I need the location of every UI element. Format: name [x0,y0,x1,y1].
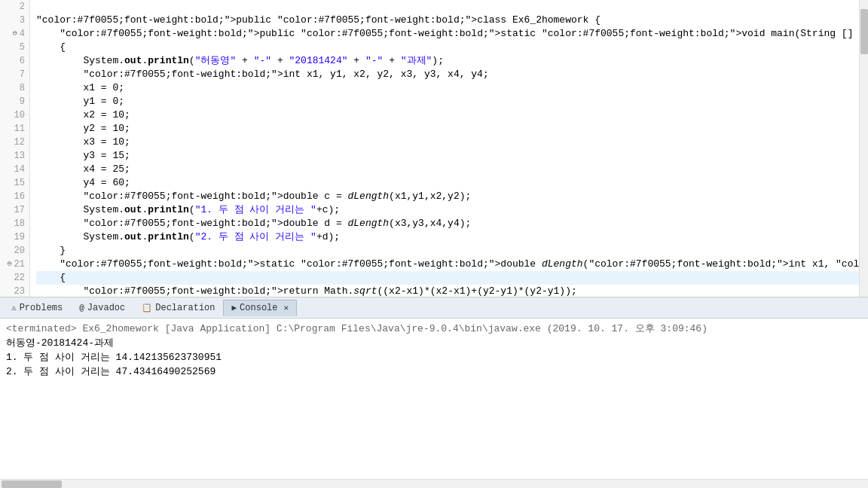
declaration-tab-label: Declaration [155,303,215,313]
problems-tab-icon: ⚠ [11,303,17,313]
bottom-panel: ⚠Problems@Javadoc📋Declaration▶Console✕ <… [0,297,868,488]
tab-declaration[interactable]: 📋Declaration [133,300,223,316]
console-tab-label: Console [240,303,277,313]
line-number: 15 [5,176,25,190]
tab-console[interactable]: ▶Console✕ [223,300,297,316]
collapse-icon[interactable]: ⊖ [8,258,12,271]
line-number: 18 [5,217,25,230]
code-line[interactable]: "color:#7f0055;font-weight:bold;">return… [36,285,868,297]
code-line[interactable]: System.out.println("2. 두 점 사이 거리는 "+d); [36,230,868,244]
code-line[interactable]: "color:#7f0055;font-weight:bold;">static… [36,258,868,271]
line-number: 14 [5,163,25,176]
line-number: 16 [5,190,25,203]
tab-problems[interactable]: ⚠Problems [3,300,71,316]
line-number: 13 [5,149,25,163]
declaration-tab-icon: 📋 [142,303,152,313]
javadoc-tab-label: Javadoc [87,303,125,313]
code-line[interactable] [36,0,868,14]
code-line[interactable]: y1 = 0; [36,95,868,108]
editor-area: 23⊖4567891011121314151617181920⊖21222324… [0,0,868,297]
code-line[interactable]: "color:#7f0055;font-weight:bold;">public… [36,27,868,41]
line-number: 3 [5,14,25,27]
code-line[interactable]: x3 = 10; [36,136,868,149]
line-number: ⊖4 [5,27,25,41]
line-numbers: 23⊖4567891011121314151617181920⊖21222324… [0,0,30,297]
line-number: 17 [5,203,25,217]
tab-javadoc[interactable]: @Javadoc [71,300,133,316]
console-terminated-line: <terminated> Ex6_2homework [Java Applica… [6,322,862,336]
code-line[interactable]: y4 = 60; [36,176,868,190]
code-line[interactable]: "color:#7f0055;font-weight:bold;">double… [36,190,868,203]
line-number: 11 [5,122,25,136]
code-line[interactable]: { [36,271,868,285]
code-line[interactable]: x2 = 10; [36,108,868,122]
console-output-line: 2. 두 점 사이 거리는 47.43416490252569 [6,364,862,379]
code-line[interactable]: "color:#7f0055;font-weight:bold;">double… [36,217,868,230]
collapse-icon[interactable]: ⊖ [13,27,17,41]
code-line[interactable]: x1 = 0; [36,81,868,95]
console-output-line: 1. 두 점 사이 거리는 14.142135623730951 [6,350,862,364]
line-number: 12 [5,136,25,149]
console-output: <terminated> Ex6_2homework [Java Applica… [0,319,868,479]
line-number: 23 [5,285,25,297]
horizontal-scrollbar[interactable] [0,479,868,488]
console-output-line: 허동영-20181424-과제 [6,336,862,350]
code-content[interactable]: "color:#7f0055;font-weight:bold;">public… [30,0,868,297]
code-line[interactable]: System.out.println("1. 두 점 사이 거리는 "+c); [36,203,868,217]
line-number: 20 [5,244,25,258]
line-number: 9 [5,95,25,108]
code-line[interactable]: { [36,41,868,54]
code-line[interactable]: y3 = 15; [36,149,868,163]
vertical-scrollbar[interactable] [859,0,868,297]
code-line[interactable]: "color:#7f0055;font-weight:bold;">int x1… [36,68,868,81]
line-number: 22 [5,271,25,285]
code-line[interactable]: } [36,244,868,258]
line-number: 5 [5,41,25,54]
line-number: ⊖21 [5,258,25,271]
line-number: 7 [5,68,25,81]
line-number: 6 [5,54,25,68]
line-number: 2 [5,0,25,14]
console-close-icon[interactable]: ✕ [284,303,289,313]
line-number: 8 [5,81,25,95]
console-tab-icon: ▶ [231,303,237,313]
code-line[interactable]: System.out.println("허동영" + "-" + "201814… [36,54,868,68]
code-line[interactable]: x4 = 25; [36,163,868,176]
code-line[interactable]: "color:#7f0055;font-weight:bold;">public… [36,14,868,27]
line-number: 19 [5,230,25,244]
javadoc-tab-icon: @ [79,303,84,313]
problems-tab-label: Problems [20,303,63,313]
tab-bar: ⚠Problems@Javadoc📋Declaration▶Console✕ [0,297,868,319]
code-line[interactable]: y2 = 10; [36,122,868,136]
line-number: 10 [5,108,25,122]
ide-window: 23⊖4567891011121314151617181920⊖21222324… [0,0,868,488]
